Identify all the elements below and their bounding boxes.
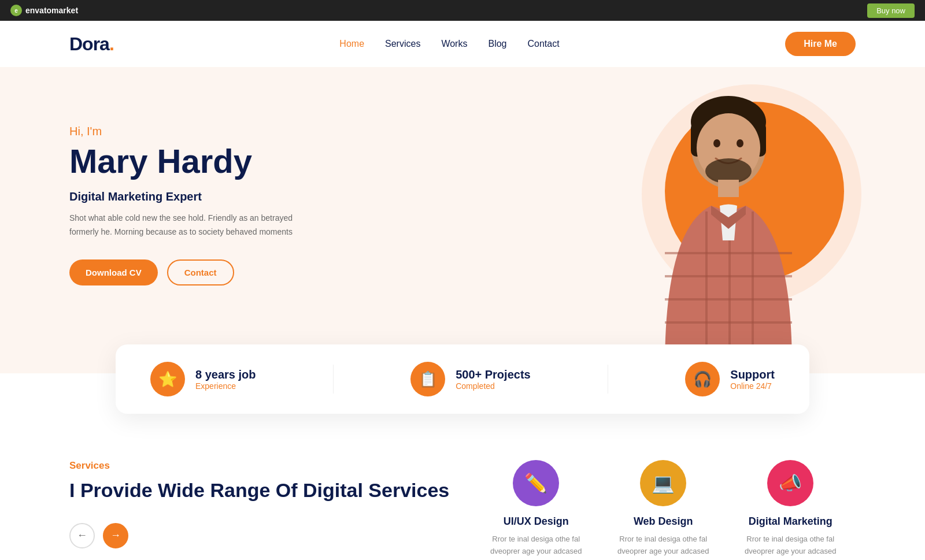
- nav-works[interactable]: Works: [441, 39, 467, 49]
- stat-experience-label: 8 years job: [195, 368, 256, 381]
- envato-logo-text: envatomarket: [25, 6, 78, 15]
- site-logo[interactable]: Dora.: [69, 34, 114, 55]
- hero-section: Hi, I'm Mary Hardy Digital Marketing Exp…: [0, 67, 925, 373]
- nav-services[interactable]: Services: [385, 39, 420, 49]
- stat-experience-icon: ⭐: [150, 362, 185, 396]
- service-webdesign-icon: 💻: [640, 460, 686, 506]
- service-card-marketing: 📣 Digital Marketing Rror te inal desiga …: [738, 460, 842, 560]
- stat-experience-sub: Experience: [195, 381, 256, 391]
- service-uiux-title: UI/UX Design: [504, 516, 569, 528]
- services-tag: Services: [69, 460, 449, 472]
- services-nav: ← →: [69, 523, 449, 548]
- stats-bar: ⭐ 8 years job Experience 📋 500+ Projects…: [116, 344, 809, 414]
- svg-rect-8: [718, 180, 739, 197]
- services-cards: ✏️ UI/UX Design Rror te inal desiga othe…: [484, 460, 856, 560]
- contact-button[interactable]: Contact: [167, 259, 234, 285]
- person-svg: [619, 90, 838, 368]
- service-card-uiux: ✏️ UI/UX Design Rror te inal desiga othe…: [484, 460, 588, 560]
- stat-divider-1: [333, 365, 334, 394]
- topbar: e envatomarket Buy now: [0, 0, 925, 21]
- service-marketing-desc: Rror te inal desiga othe fal dveoprer ag…: [738, 533, 842, 560]
- services-prev-button[interactable]: ←: [69, 523, 95, 548]
- stat-support-text: Support Online 24/7: [730, 368, 775, 391]
- stat-experience: ⭐ 8 years job Experience: [150, 362, 256, 396]
- stat-support-sub: Online 24/7: [730, 381, 775, 391]
- download-cv-button[interactable]: Download CV: [69, 259, 158, 285]
- service-webdesign-title: Web Design: [634, 516, 693, 528]
- services-next-button[interactable]: →: [103, 523, 128, 548]
- hero-image-area: [578, 67, 879, 368]
- service-uiux-icon: ✏️: [513, 460, 559, 506]
- stat-experience-text: 8 years job Experience: [195, 368, 256, 391]
- stat-divider-2: [608, 365, 608, 394]
- nav-contact[interactable]: Contact: [527, 39, 559, 49]
- svg-point-6: [737, 139, 743, 147]
- stat-support-label: Support: [730, 368, 775, 381]
- stat-projects: 📋 500+ Projects Completed: [410, 362, 531, 396]
- service-webdesign-desc: Rror te inal desiga othe fal dveoprer ag…: [611, 533, 715, 560]
- nav-links: Home Services Works Blog Contact: [339, 39, 559, 49]
- logo-dot: .: [109, 34, 114, 54]
- hero-description: Shot what able cold new the see hold. Fr…: [69, 212, 312, 239]
- stat-projects-sub: Completed: [456, 381, 531, 391]
- stat-projects-label: 500+ Projects: [456, 368, 531, 381]
- service-uiux-desc: Rror te inal desiga othe fal dveoprer ag…: [484, 533, 588, 560]
- envato-logo: e envatomarket: [10, 5, 78, 16]
- svg-point-5: [713, 139, 720, 147]
- stat-support: 🎧 Support Online 24/7: [685, 362, 775, 396]
- hire-me-button[interactable]: Hire Me: [785, 32, 856, 56]
- services-section: Services I Provide Wide Range Of Digital…: [0, 414, 925, 560]
- buy-now-button[interactable]: Buy now: [867, 3, 915, 18]
- service-marketing-title: Digital Marketing: [749, 516, 832, 528]
- navbar: Dora. Home Services Works Blog Contact H…: [0, 21, 925, 67]
- services-left: Services I Provide Wide Range Of Digital…: [69, 460, 449, 548]
- services-heading: I Provide Wide Range Of Digital Services: [69, 479, 449, 502]
- stat-support-icon: 🎧: [685, 362, 720, 396]
- logo-text: Dora: [69, 34, 109, 54]
- hero-person-image: [607, 79, 850, 368]
- service-card-webdesign: 💻 Web Design Rror te inal desiga othe fa…: [611, 460, 715, 560]
- stat-projects-text: 500+ Projects Completed: [456, 368, 531, 391]
- nav-blog[interactable]: Blog: [488, 39, 506, 49]
- service-marketing-icon: 📣: [767, 460, 813, 506]
- nav-home[interactable]: Home: [339, 39, 364, 49]
- stat-projects-icon: 📋: [410, 362, 445, 396]
- envato-icon: e: [10, 5, 22, 16]
